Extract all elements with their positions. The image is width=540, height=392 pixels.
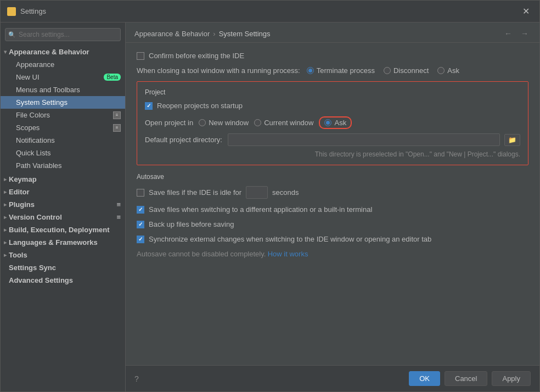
sidebar-item-appearance-behavior[interactable]: ▾ Appearance & Behavior — [1, 46, 125, 58]
backup-row: Back up files before saving — [137, 220, 528, 228]
how-it-works-link[interactable]: How it works — [268, 250, 308, 258]
chevron-right-icon: ▸ — [4, 252, 7, 258]
scopes-icon: ≡ — [113, 124, 121, 132]
sidebar-item-tools[interactable]: ▸ Tools — [1, 249, 125, 261]
breadcrumb-root: Appearance & Behavior — [134, 30, 210, 38]
default-dir-input[interactable] — [228, 133, 500, 146]
idle-seconds-input[interactable]: 15 — [246, 186, 268, 199]
sidebar-item-keymap[interactable]: ▸ Keymap — [1, 173, 125, 186]
nav-group-appearance-behavior: ▾ Appearance & Behavior Appearance New U… — [1, 46, 125, 172]
sidebar-item-notifications[interactable]: Notifications — [1, 134, 125, 147]
dir-hint: This directory is preselected in "Open..… — [145, 150, 520, 158]
sidebar-item-quick-lists[interactable]: Quick Lists — [1, 147, 125, 159]
running-ask-radio[interactable] — [437, 67, 445, 74]
default-dir-label: Default project directory: — [145, 136, 222, 144]
backup-checkbox[interactable] — [137, 221, 144, 228]
ok-button[interactable]: OK — [409, 371, 440, 386]
chevron-right-icon: ▸ — [4, 176, 7, 182]
disconnect-radio[interactable] — [384, 67, 391, 74]
window-title: Settings — [20, 7, 519, 15]
current-window-radio[interactable] — [254, 119, 261, 126]
ask-radio[interactable] — [324, 119, 331, 126]
chevron-right-icon: ▸ — [4, 189, 7, 195]
reopen-projects-checkbox[interactable] — [145, 102, 153, 110]
autosave-section: Autosave Save files if the IDE is idle f… — [137, 173, 528, 258]
switch-app-checkbox-wrap[interactable]: Save files when switching to a different… — [137, 205, 372, 214]
project-section-title: Project — [145, 88, 520, 96]
sidebar-item-new-ui[interactable]: New UI Beta — [1, 71, 125, 83]
main-content: 🔍 ▾ Appearance & Behavior Appearance New… — [1, 23, 539, 391]
sidebar-item-languages-frameworks[interactable]: ▸ Languages & Frameworks — [1, 236, 125, 249]
sidebar-item-appearance[interactable]: Appearance — [1, 58, 125, 71]
app-icon — [7, 7, 16, 16]
search-box[interactable]: 🔍 — [5, 28, 121, 41]
sidebar-item-file-colors[interactable]: File Colors ≡ — [1, 109, 125, 121]
terminate-radio-wrap[interactable]: Terminate process — [307, 66, 375, 75]
sync-label: Synchronize external changes when switch… — [149, 235, 431, 243]
help-icon[interactable]: ? — [134, 374, 139, 383]
sidebar: 🔍 ▾ Appearance & Behavior Appearance New… — [1, 23, 126, 391]
ask-label: Ask — [334, 119, 346, 127]
ask-radio-wrap[interactable]: Ask — [319, 116, 352, 129]
current-window-radio-wrap[interactable]: Current window — [254, 119, 313, 127]
cancel-button[interactable]: Cancel — [445, 371, 487, 386]
switch-app-label: Save files when switching to a different… — [149, 205, 372, 214]
chevron-right-icon: ▸ — [4, 227, 7, 233]
dir-browse-button[interactable]: 📁 — [504, 134, 520, 146]
sidebar-item-editor[interactable]: ▸ Editor — [1, 186, 125, 198]
search-input[interactable] — [5, 28, 121, 41]
terminate-radio[interactable] — [307, 67, 314, 74]
sync-checkbox-wrap[interactable]: Synchronize external changes when switch… — [137, 235, 431, 243]
nav-arrows: ← → — [502, 28, 531, 39]
sidebar-item-system-settings[interactable]: System Settings — [1, 96, 125, 109]
switch-app-row: Save files when switching to a different… — [137, 205, 528, 214]
backup-label: Back up files before saving — [149, 220, 234, 228]
back-arrow[interactable]: ← — [502, 28, 514, 39]
running-process-label: When closing a tool window with a runnin… — [137, 66, 300, 75]
new-ui-badge: Beta — [104, 74, 121, 81]
sidebar-item-path-variables[interactable]: Path Variables — [1, 159, 125, 172]
open-project-row: Open project in New window Current windo… — [145, 116, 520, 129]
title-bar: Settings ✕ — [1, 1, 539, 23]
running-process-radio-group: Terminate process Disconnect Ask — [307, 66, 459, 75]
autosave-title: Autosave — [137, 173, 528, 181]
sync-checkbox[interactable] — [137, 236, 144, 243]
new-window-radio-wrap[interactable]: New window — [199, 119, 249, 127]
sidebar-item-version-control[interactable]: ▸ Version Control ≡ — [1, 211, 125, 223]
running-ask-label: Ask — [447, 66, 459, 75]
disconnect-radio-wrap[interactable]: Disconnect — [384, 66, 429, 75]
forward-arrow[interactable]: → — [519, 28, 531, 39]
sidebar-item-plugins[interactable]: ▸ Plugins ≡ — [1, 198, 125, 211]
open-project-label: Open project in — [145, 119, 193, 127]
backup-checkbox-wrap[interactable]: Back up files before saving — [137, 220, 234, 228]
sidebar-item-menus-toolbars[interactable]: Menus and Toolbars — [1, 83, 125, 96]
sidebar-item-settings-sync[interactable]: ▸ Settings Sync — [1, 261, 125, 274]
settings-window: Settings ✕ 🔍 ▾ Appearance & Behavior App… — [0, 0, 540, 392]
svg-rect-0 — [9, 9, 14, 14]
sidebar-item-advanced-settings[interactable]: ▸ Advanced Settings — [1, 274, 125, 287]
running-process-row: When closing a tool window with a runnin… — [137, 66, 528, 75]
reopen-projects-label: Reopen projects on startup — [157, 102, 243, 110]
confirm-exit-checkbox-wrap[interactable]: Confirm before exiting the IDE — [137, 52, 244, 60]
idle-save-label: Save files if the IDE is idle for — [149, 188, 241, 197]
confirm-exit-row: Confirm before exiting the IDE — [137, 52, 528, 60]
close-button[interactable]: ✕ — [519, 5, 533, 18]
apply-button[interactable]: Apply — [492, 371, 531, 386]
reopen-checkbox-wrap[interactable]: Reopen projects on startup — [145, 102, 243, 110]
sidebar-item-scopes[interactable]: Scopes ≡ — [1, 121, 125, 134]
confirm-exit-checkbox[interactable] — [137, 52, 144, 60]
autosave-note: Autosave cannot be disabled completely. … — [137, 250, 528, 258]
running-ask-radio-wrap[interactable]: Ask — [437, 66, 459, 75]
idle-checkbox-wrap[interactable]: Save files if the IDE is idle for 15 sec… — [137, 186, 299, 199]
new-window-label: New window — [209, 119, 249, 127]
sidebar-item-build-exec-deploy[interactable]: ▸ Build, Execution, Deployment — [1, 223, 125, 236]
version-control-icon: ≡ — [116, 213, 121, 221]
file-colors-icon: ≡ — [113, 111, 121, 119]
idle-save-checkbox[interactable] — [137, 189, 144, 197]
new-window-radio[interactable] — [199, 119, 206, 126]
chevron-down-icon: ▾ — [4, 49, 7, 55]
plugins-icon: ≡ — [116, 200, 121, 209]
idle-save-row: Save files if the IDE is idle for 15 sec… — [137, 186, 528, 199]
chevron-right-icon: ▸ — [4, 201, 7, 208]
switch-app-checkbox[interactable] — [137, 206, 144, 214]
